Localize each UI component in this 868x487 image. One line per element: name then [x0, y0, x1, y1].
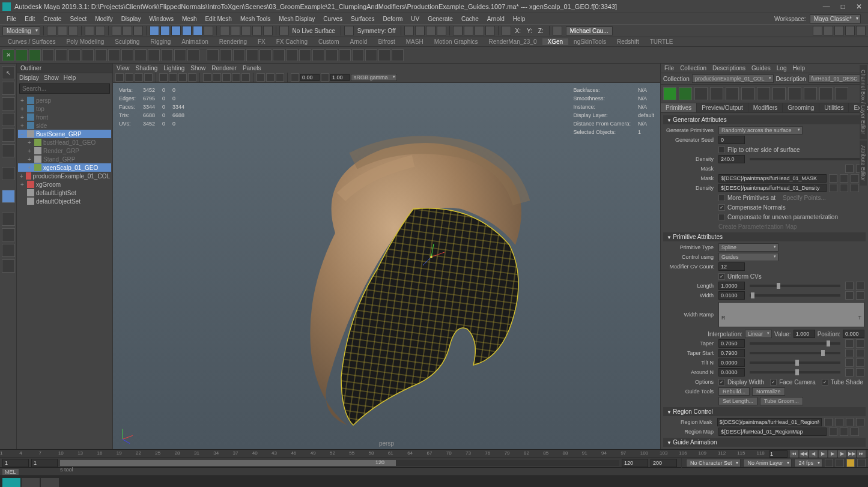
- generate-primitives-dropdown[interactable]: Randomly across the surface: [718, 126, 803, 135]
- play-back-icon[interactable]: ▶: [819, 450, 827, 458]
- shelf-xgen-window-icon[interactable]: ✕: [2, 49, 14, 61]
- taper-start-expr-icon[interactable]: [845, 349, 854, 357]
- vp-isolate-icon[interactable]: [256, 73, 265, 82]
- select-multi-icon[interactable]: [204, 26, 213, 35]
- rmask-expr-icon[interactable]: [846, 418, 854, 426]
- auto-key-icon[interactable]: [825, 459, 833, 467]
- taper-menu-icon[interactable]: [856, 339, 864, 348]
- paint-select-tool[interactable]: [2, 97, 15, 110]
- save-scene-icon[interactable]: [68, 26, 78, 35]
- menu-windows[interactable]: Windows: [145, 16, 178, 22]
- shelf-icon[interactable]: [55, 49, 67, 61]
- live-surface-label[interactable]: No Live Surface: [290, 28, 338, 34]
- vp-bookmark-icon[interactable]: [135, 73, 143, 82]
- select-face-icon[interactable]: [182, 26, 192, 35]
- vp-select-cam-icon[interactable]: [115, 73, 124, 82]
- taper-start-input[interactable]: [718, 349, 745, 357]
- cv-count-input[interactable]: [718, 262, 745, 271]
- vp-shaded-icon[interactable]: [213, 73, 221, 82]
- shelf-tab[interactable]: MASH: [401, 38, 429, 45]
- shelf-icon[interactable]: [312, 49, 324, 61]
- select-uv-icon[interactable]: [193, 26, 202, 35]
- render-icon[interactable]: [415, 26, 425, 35]
- section-generator-attributes[interactable]: Generator Attributes: [663, 115, 866, 124]
- menu-curves[interactable]: Curves: [319, 16, 347, 22]
- open-scene-icon[interactable]: [58, 26, 67, 35]
- playback-start-input[interactable]: [31, 459, 58, 467]
- shelf-icon[interactable]: [326, 49, 338, 61]
- layout-icon-3[interactable]: [834, 26, 844, 35]
- sync-icon[interactable]: [846, 459, 855, 467]
- shelf-icon[interactable]: [273, 49, 285, 61]
- step-back-icon[interactable]: ◀: [809, 450, 818, 458]
- ipr-icon[interactable]: [426, 26, 436, 35]
- vp-exposure-input[interactable]: [300, 74, 320, 81]
- tree-item-default-light[interactable]: defaultLightSet: [18, 189, 111, 197]
- tree-item-front[interactable]: +front: [18, 113, 111, 121]
- layout-two-icon[interactable]: [2, 244, 15, 257]
- xgen-collection-menu[interactable]: Collection: [680, 65, 706, 71]
- menu-generate[interactable]: Generate: [423, 16, 457, 22]
- maximize-button[interactable]: □: [841, 2, 845, 11]
- xgen-log-menu[interactable]: Log: [777, 65, 787, 71]
- menu-select[interactable]: Select: [65, 16, 91, 22]
- mask-expr-icon[interactable]: [845, 165, 854, 173]
- tree-item-stand-grp[interactable]: +Stand_GRP: [18, 155, 111, 163]
- more-prim-checkbox[interactable]: [718, 195, 725, 201]
- channel-box-tab[interactable]: Channel Box / Layer Editor: [860, 65, 867, 139]
- vp-wireframe-icon[interactable]: [203, 73, 211, 82]
- length-expr-icon[interactable]: [845, 282, 854, 290]
- shelf-icon[interactable]: [352, 49, 364, 61]
- layout-single-icon[interactable]: [2, 213, 15, 226]
- workspace-dropdown[interactable]: Maya Classic*: [810, 14, 861, 23]
- shelf-icon[interactable]: [148, 49, 160, 61]
- section-guide-animation[interactable]: Guide Animation: [663, 438, 866, 447]
- tree-item-default-obj[interactable]: defaultObjectSet: [18, 197, 111, 205]
- select-obj-icon[interactable]: [150, 26, 159, 35]
- mask-edit-icon[interactable]: [829, 174, 837, 183]
- shelf-icon[interactable]: [68, 49, 80, 61]
- comp-uneven-checkbox[interactable]: [718, 214, 725, 220]
- playback-end-input[interactable]: [622, 459, 648, 467]
- layout-four-icon[interactable]: [2, 228, 15, 241]
- tube-groom-button[interactable]: Tube Groom...: [760, 397, 803, 405]
- select-mode-icon[interactable]: [112, 26, 121, 35]
- playback-prefs-icon[interactable]: [836, 459, 844, 467]
- tree-item-xggroom[interactable]: +xgGroom: [18, 180, 111, 189]
- layout-icon-5[interactable]: [856, 26, 866, 35]
- tree-item-render-grp[interactable]: +Render_GRP: [18, 147, 111, 155]
- rmap-save-icon[interactable]: [840, 428, 848, 436]
- density-path-input[interactable]: [718, 184, 827, 192]
- outliner-menu-display[interactable]: Display: [19, 74, 39, 81]
- shelf-icon[interactable]: [259, 49, 272, 61]
- transform-x-icon[interactable]: [502, 26, 511, 35]
- vp-xray-joints-icon[interactable]: [276, 73, 284, 82]
- vp-gate-mask-icon[interactable]: [188, 73, 196, 82]
- xgen-tool-icon[interactable]: [772, 87, 786, 100]
- around-input[interactable]: [718, 368, 745, 377]
- layout-icon-2[interactable]: [824, 26, 833, 35]
- menu-uv[interactable]: UV: [407, 16, 423, 22]
- shelf-icon[interactable]: [42, 49, 54, 61]
- close-button[interactable]: ✕: [856, 2, 862, 11]
- shelf-icon[interactable]: [121, 49, 133, 61]
- construction-history-icon[interactable]: [404, 26, 414, 35]
- shelf-icon[interactable]: [339, 49, 351, 61]
- section-primitive-attributes[interactable]: Primitive Attributes: [663, 232, 866, 241]
- taper-expr-icon[interactable]: [845, 339, 854, 348]
- width-menu-icon[interactable]: [856, 291, 864, 300]
- menu-mesh-display[interactable]: Mesh Display: [275, 16, 319, 22]
- symmetry-label[interactable]: Symmetry: Off: [355, 28, 398, 34]
- around-expr-icon[interactable]: [845, 368, 854, 377]
- render-settings-icon[interactable]: [437, 26, 446, 35]
- playback-play-icon[interactable]: [464, 26, 473, 35]
- menu-mode-dropdown[interactable]: Modeling: [2, 26, 40, 35]
- taskbar-app-icon[interactable]: [41, 478, 59, 488]
- step-forward-key-icon[interactable]: ▶▶: [848, 450, 856, 458]
- width-slider[interactable]: [750, 294, 840, 297]
- shelf-icon[interactable]: [233, 49, 245, 61]
- xgen-tab-utilities[interactable]: Utilities: [819, 103, 849, 112]
- script-lang-toggle[interactable]: MEL: [2, 469, 19, 475]
- playback-rewind-icon[interactable]: [453, 26, 463, 35]
- tilt-slider[interactable]: [750, 361, 840, 364]
